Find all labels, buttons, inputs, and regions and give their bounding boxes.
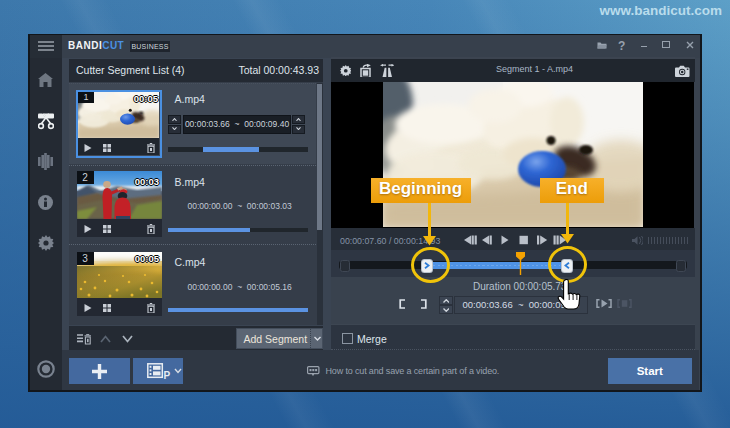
svg-text:P: P [164,369,171,380]
